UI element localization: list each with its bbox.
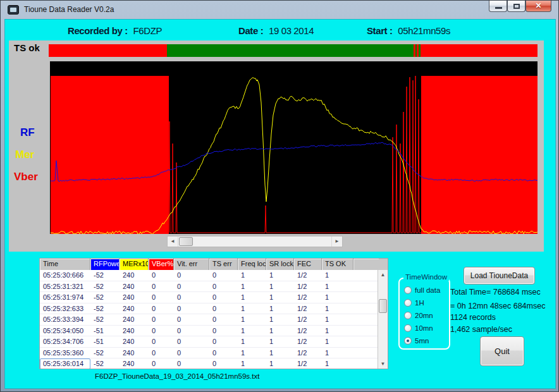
table-vscrollbar[interactable]: ▲ ▼ <box>378 270 388 369</box>
cell: 1 <box>322 348 353 358</box>
total-time-hms: = 0h 12mn 48sec 684msec <box>450 302 545 310</box>
cell: 240 <box>120 336 149 347</box>
radio-button-icon[interactable] <box>404 324 412 332</box>
column-header-vber-: VBer% <box>149 259 174 270</box>
scroll-down-icon[interactable]: ▼ <box>378 359 388 369</box>
ts-status-bar <box>49 44 538 57</box>
cell: 1 <box>266 336 294 347</box>
title-bar[interactable]: Tioune Data Reader V0.2a ✕ <box>1 1 558 19</box>
table-row[interactable]: 05:25:31:321-52240000111/21 <box>40 281 378 293</box>
table-header-row: TimeRFPowerMERx10VBer%Vit. errTS errFreq… <box>40 259 388 270</box>
table-row[interactable]: 05:25:34:050-51240000111/21 <box>40 326 378 337</box>
cell: 1/2 <box>294 292 322 303</box>
cell: 1 <box>238 348 266 358</box>
cell: 240 <box>120 303 149 314</box>
focused-cell[interactable]: 05:25:36:014 <box>40 358 90 369</box>
table-row[interactable]: 05:25:36:014-52240000111/21 <box>40 358 378 369</box>
radio-full-data[interactable]: full data <box>404 284 448 297</box>
table-row[interactable]: 05:25:31:974-52240000111/21 <box>40 292 378 303</box>
column-header-time: Time <box>40 259 90 270</box>
chart-panel: TS ok RF Mer Vber ◄ ► <box>9 40 544 252</box>
cell: 1 <box>266 326 294 336</box>
cell: 1 <box>266 292 294 303</box>
column-header-vit-err: Vit. err <box>174 259 209 270</box>
vscroll-thumb[interactable] <box>379 299 387 313</box>
cell: 0 <box>174 303 209 314</box>
hscroll-thumb[interactable] <box>179 237 193 246</box>
cell: 1 <box>238 303 266 314</box>
cell: -52 <box>90 314 120 325</box>
cell: 0 <box>174 336 209 347</box>
app-window: Tioune Data Reader V0.2a ✕ Recorded by :… <box>0 0 559 392</box>
cell: 0 <box>209 336 238 347</box>
trace-mer <box>51 78 538 234</box>
radio-5mn[interactable]: 5mn <box>404 334 448 347</box>
cell: 240 <box>120 348 149 358</box>
sample-rate: 1,462 sample/sec <box>450 325 512 334</box>
trace-rf <box>51 142 538 181</box>
load-tiounedata-button[interactable]: Load TiouneData <box>464 267 535 285</box>
cell: 0 <box>174 281 209 292</box>
cell: 1 <box>322 281 353 292</box>
cell: -52 <box>90 270 120 281</box>
radio-button-icon[interactable] <box>404 312 412 319</box>
cell: 240 <box>120 281 149 292</box>
radio-10mn[interactable]: 10mn <box>404 322 448 334</box>
table-row[interactable]: 05:25:32:633-52240000111/21 <box>40 303 378 315</box>
cell: 1/2 <box>294 314 322 325</box>
table-row[interactable]: 05:25:33:394-52240000111/21 <box>40 314 378 326</box>
cell: 1 <box>322 326 353 336</box>
ts-segment <box>421 44 538 57</box>
cell: 1 <box>266 270 294 281</box>
window-title: Tioune Data Reader V0.2a <box>24 5 114 14</box>
radio-button-icon[interactable] <box>404 286 412 294</box>
cell: -52 <box>90 348 120 358</box>
ts-ok-label: TS ok <box>14 42 40 53</box>
cell: 1 <box>322 270 353 281</box>
cell: 0 <box>149 358 174 369</box>
cell: 1/2 <box>294 303 322 314</box>
radio-label: full data <box>415 286 440 294</box>
ts-segment <box>167 44 414 57</box>
data-table: TimeRFPowerMERx10VBer%Vit. errTS errFreq… <box>39 258 388 369</box>
radio-button-icon[interactable] <box>404 337 412 345</box>
column-header-rfpower: RFPower <box>90 259 120 270</box>
column-header-freq-lock: Freq lock <box>238 259 266 270</box>
quit-button[interactable]: Quit <box>480 336 524 366</box>
radio-20mn[interactable]: 20mn <box>404 309 448 322</box>
cell: 240 <box>120 270 149 281</box>
table-row[interactable]: 05:25:34:706-51240000111/21 <box>40 336 378 348</box>
scroll-up-icon[interactable]: ▲ <box>378 270 388 279</box>
cell: 0 <box>174 314 209 325</box>
column-header-filler <box>353 259 379 270</box>
loaded-filename: F6DZP_TiouneData_19_03_2014_05h21mn59s.t… <box>95 372 259 380</box>
cell: 0 <box>149 348 174 358</box>
cell: 1 <box>322 292 353 303</box>
column-header-merx10: MERx10 <box>120 259 149 270</box>
column-header-ts-err: TS err <box>209 259 238 270</box>
cell: 0 <box>209 358 238 369</box>
recorded-by: Recorded by : F6DZP <box>68 25 162 36</box>
maximize-button[interactable] <box>507 1 525 12</box>
scroll-right-icon[interactable]: ► <box>331 236 342 247</box>
cell: 1/2 <box>294 326 322 336</box>
cell: 1 <box>238 358 266 369</box>
close-button[interactable]: ✕ <box>525 1 551 12</box>
minimize-button[interactable] <box>489 1 507 12</box>
cell: 1/2 <box>294 270 322 281</box>
cell: 1 <box>266 358 294 369</box>
chart-hscrollbar[interactable]: ◄ ► <box>167 236 343 247</box>
cell: 240 <box>120 358 149 369</box>
rf-axis-label: RF <box>20 126 35 139</box>
vber-axis-label: Vber <box>14 171 38 183</box>
table-body: 05:25:30:666-52240000111/2105:25:31:321-… <box>40 270 378 369</box>
table-row[interactable]: 05:25:35:360-52240000111/21 <box>40 348 378 359</box>
cell: 0 <box>209 303 238 314</box>
cell: 1 <box>238 336 266 347</box>
cell: 1 <box>238 292 266 303</box>
radio-button-icon[interactable] <box>404 299 412 307</box>
scroll-left-icon[interactable]: ◄ <box>168 236 178 247</box>
cell: -51 <box>90 326 120 336</box>
radio-1H[interactable]: 1H <box>404 297 448 309</box>
table-row[interactable]: 05:25:30:666-52240000111/21 <box>40 270 378 281</box>
